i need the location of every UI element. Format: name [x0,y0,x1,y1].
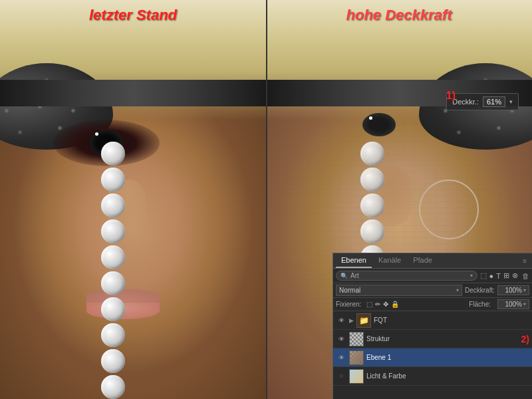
tool-icon-4[interactable]: ⊞ [503,271,509,280]
layer-thumb-fqt: 📁 [356,313,371,328]
area-input[interactable]: 100% ▾ [497,299,529,309]
layer-visibility-licht[interactable]: 👁 [336,372,346,380]
search-text: Art [350,272,359,279]
opacity-panel-label: Deckkraft: [465,287,495,294]
pearl [101,271,125,295]
layer-item-ebene1[interactable]: 👁 Ebene 1 [333,348,532,367]
blend-mode-dropdown[interactable]: Normal ▾ [336,285,462,296]
tab-ebenen[interactable]: Ebenen [336,253,372,268]
layer-name-struktur: Struktur [366,335,519,342]
layer-item-struktur[interactable]: 👁 Struktur 2) [333,330,532,348]
layers-panel-menu-icon[interactable]: ≡ [520,255,529,267]
pearl [101,194,125,217]
opacity-dropdown-arrow[interactable]: ▾ [509,98,513,105]
layer-thumb-struktur [349,332,364,346]
pearl [101,219,125,243]
pearl [101,168,125,192]
pearl [101,349,125,373]
left-panel: letzter Stand [0,0,266,399]
layer-thumb-licht [349,369,364,384]
pearl [360,168,384,192]
pearl [101,375,125,399]
layers-tab-group: Ebenen Kanäle Pfade [336,253,438,268]
divider-line [266,0,267,399]
right-panel: 1) Deckkr.: 61% ▾ hohe Deckkraft Ebenen … [266,0,532,399]
tool-icon-3[interactable]: T [496,272,501,280]
fix-icon-move[interactable]: ✥ [383,301,388,308]
layer-visibility-fqt[interactable]: 👁 [336,317,346,325]
main-container: letzter Stand [0,0,532,399]
opacity-label: Deckkr.: [452,98,479,106]
pearl [360,194,384,217]
opacity-indicator[interactable]: Deckkr.: 61% ▾ [446,93,519,110]
area-label: Fläche: [469,301,491,308]
area-value: 100% [501,301,522,308]
circle-annotation [419,180,479,239]
pearl [101,323,125,347]
pearl [101,142,125,166]
layer-visibility-struktur[interactable]: 👁 [336,335,346,343]
tab-kanaele[interactable]: Kanäle [373,253,406,268]
opacity-panel-value: 100% [501,287,522,294]
tool-icon-1[interactable]: ⬚ [480,271,487,280]
annotation-2: 2) [521,334,529,344]
left-headband [0,80,266,106]
layers-tabs: Ebenen Kanäle Pfade ≡ [333,253,532,269]
opacity-panel-arrow: ▾ [523,287,526,293]
right-eye-highlight [369,116,372,120]
fix-icons: ⬚ ✏ ✥ 🔒 [366,301,399,308]
left-pearls [86,133,140,399]
layer-visibility-ebene1[interactable]: 👁 [336,354,346,362]
layer-name-ebene1: Ebene 1 [366,354,529,361]
search-box[interactable]: 🔍 Art ▾ [336,271,477,281]
area-arrow: ▾ [523,301,526,307]
tool-icon-5[interactable]: ⊗ [512,271,518,280]
tool-icon-2[interactable]: ● [489,272,494,280]
delete-layer-icon[interactable]: 🗑 [522,272,529,280]
blend-mode-arrow: ▾ [456,287,459,293]
layer-name-fqt: FQT [374,317,529,324]
blend-mode-value: Normal [339,287,456,294]
pearl [360,219,384,243]
layers-toolbar: 🔍 Art ▾ ⬚ ● T ⊞ ⊗ 🗑 [333,269,532,283]
annotation-1: 1) [446,90,456,102]
layers-panel: Ebenen Kanäle Pfade ≡ 🔍 Art ▾ [332,253,532,399]
fix-row: Fixieren: ⬚ ✏ ✥ 🔒 Fläche: 100% ▾ [333,298,532,311]
blend-mode-row: Normal ▾ Deckkraft: 100% ▾ [333,283,532,298]
fix-icon-lock-pos[interactable]: ⬚ [366,301,372,308]
layer-thumb-ebene1 [349,350,364,365]
fix-label: Fixieren: [336,301,361,308]
pearl [101,245,125,269]
search-dropdown-arrow[interactable]: ▾ [470,273,473,279]
layer-item-licht[interactable]: 👁 Licht & Farbe [333,367,532,386]
pearl [101,297,125,321]
layer-item-fqt[interactable]: 👁 ▶ 📁 FQT [333,311,532,330]
layer-expand-fqt[interactable]: ▶ [349,317,354,324]
pearl [360,142,384,166]
search-icon: 🔍 [340,273,348,279]
tab-pfade[interactable]: Pfade [408,253,438,268]
layer-name-licht: Licht & Farbe [366,372,529,380]
left-label: letzter Stand [89,7,177,24]
opacity-value: 61% [483,96,505,107]
fix-icon-all[interactable]: 🔒 [391,301,399,308]
fix-icon-brush[interactable]: ✏ [375,301,380,308]
right-label: hohe Deckkraft [346,7,452,24]
opacity-panel-input[interactable]: 100% ▾ [497,285,529,295]
